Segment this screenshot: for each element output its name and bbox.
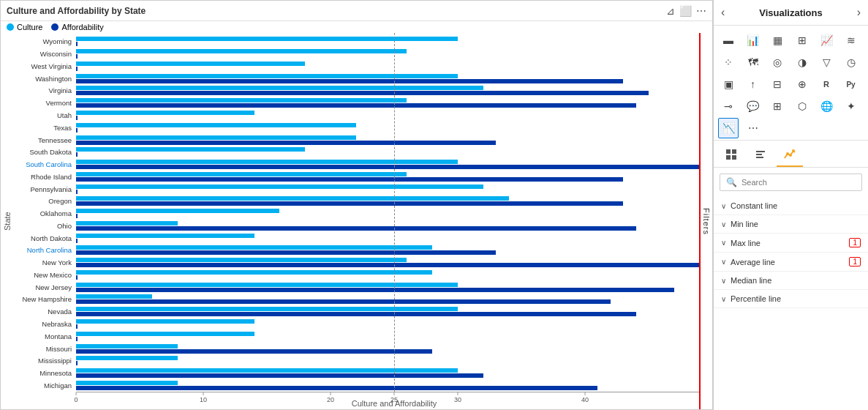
- list-item[interactable]: ∨Percentile line: [714, 290, 868, 308]
- viz-icon-matrix[interactable]: ⊞: [792, 30, 812, 51]
- affordability-bar: [76, 288, 674, 292]
- viz-panel-header: ‹ Visualizations ›: [714, 0, 868, 26]
- affordability-bar: [76, 349, 432, 354]
- culture-bar: [76, 270, 432, 275]
- item-label: Min line: [731, 220, 758, 228]
- tab-fields[interactable]: [718, 144, 744, 167]
- viz-icon-decomp[interactable]: ⊸: [718, 96, 739, 116]
- viz-icon-map[interactable]: 🗺: [743, 52, 763, 72]
- affordability-bar: [76, 54, 78, 59]
- viz-panel-title: Visualizations: [759, 7, 822, 18]
- affordability-bar: [76, 190, 78, 194]
- culture-bar: [76, 135, 356, 140]
- culture-bar: [76, 74, 458, 78]
- affordability-bar: [76, 91, 649, 95]
- state-label: Michigan: [14, 381, 76, 390]
- viz-icon-line[interactable]: 📈: [816, 30, 837, 51]
- viz-icon-gauge[interactable]: ◷: [841, 52, 861, 72]
- viz-panel: ‹ Visualizations › ▬ 📊 ▦ ⊞ 📈 ≋ ⁘ 🗺 ◎ ◑ ▽…: [713, 0, 868, 410]
- affordability-bar: [76, 141, 496, 145]
- table-row: Michigan: [14, 379, 712, 391]
- tab-analytics[interactable]: [777, 144, 803, 167]
- filters-tab[interactable]: Filters: [699, 33, 712, 409]
- viz-icon-shape[interactable]: ⬡: [792, 96, 812, 116]
- culture-bar: [76, 344, 178, 348]
- viz-icon-funnel[interactable]: ▽: [816, 52, 837, 72]
- viz-icon-card[interactable]: ▣: [718, 74, 739, 94]
- filter-icon[interactable]: ⊿: [666, 5, 675, 17]
- affordability-label: Affordability: [61, 23, 103, 31]
- svg-rect-0: [726, 149, 731, 154]
- item-label: Constant line: [731, 201, 777, 210]
- state-label: Tennessee: [14, 136, 76, 144]
- tab-format[interactable]: [747, 144, 774, 167]
- state-label: South Dakota: [14, 148, 76, 156]
- state-label: Nevada: [14, 308, 76, 316]
- table-row: West Virginia: [14, 61, 712, 72]
- viz-icon-r[interactable]: R: [816, 74, 837, 94]
- affordability-bar: [76, 337, 78, 341]
- bars-group: [76, 111, 712, 120]
- bars-group: [76, 86, 712, 95]
- viz-icon-stacked-bar[interactable]: ▬: [718, 30, 739, 51]
- viz-icon-area[interactable]: ≋: [841, 30, 861, 51]
- item-label: Median line: [731, 276, 771, 285]
- search-input[interactable]: [741, 178, 856, 187]
- bars-group: [76, 344, 712, 354]
- table-row: South Carolina: [14, 159, 712, 171]
- x-tick-label: 40: [581, 396, 589, 403]
- viz-icon-slicer[interactable]: ⊟: [767, 74, 788, 94]
- viz-icon-analytics[interactable]: 📉: [718, 118, 739, 138]
- culture-bar: [76, 160, 458, 164]
- viz-search-box[interactable]: 🔍: [720, 174, 862, 191]
- viz-icon-pie[interactable]: ◑: [792, 52, 812, 72]
- culture-bar: [76, 307, 458, 311]
- chart-title: Culture and Affordability by State: [7, 6, 146, 16]
- state-label: New York: [14, 258, 76, 266]
- chevron-down-icon: ∨: [721, 202, 726, 210]
- affordability-bar: [76, 128, 78, 133]
- viz-icon-custom[interactable]: ✦: [841, 96, 861, 116]
- chevron-down-icon: ∨: [721, 220, 726, 228]
- viz-icon-map2[interactable]: 🌐: [816, 96, 837, 116]
- viz-icon-donut[interactable]: ◎: [767, 52, 788, 72]
- more-icon[interactable]: ⋯: [696, 5, 706, 17]
- viz-icon-qa[interactable]: 💬: [743, 96, 763, 116]
- expand-icon[interactable]: ⬜: [679, 5, 692, 17]
- viz-chevron-left[interactable]: ‹: [721, 6, 725, 19]
- culture-bar: [76, 196, 509, 201]
- state-label: Oklahoma: [14, 209, 76, 217]
- table-row: Texas: [14, 122, 712, 133]
- viz-icon-bar[interactable]: 📊: [743, 30, 763, 51]
- table-row: New Hampshire: [14, 294, 712, 305]
- list-item[interactable]: ∨Max line1: [714, 234, 868, 253]
- viz-icon-scatter[interactable]: ⁘: [718, 52, 739, 72]
- state-label: New Hampshire: [14, 295, 76, 303]
- table-row: Oregon: [14, 195, 712, 207]
- bars-group: [76, 307, 712, 316]
- viz-icon-more[interactable]: ⋯: [743, 118, 763, 138]
- viz-chevron-right[interactable]: ›: [857, 6, 861, 19]
- viz-icon-py[interactable]: Py: [841, 74, 861, 94]
- culture-bar: [76, 221, 178, 225]
- viz-icon-combo[interactable]: ⊕: [792, 74, 812, 94]
- bars-group: [76, 147, 712, 157]
- bars-group: [76, 319, 712, 329]
- table-row: Nebraska: [14, 318, 712, 330]
- list-item[interactable]: ∨Min line: [714, 215, 868, 234]
- svg-point-4: [786, 152, 789, 155]
- viz-icon-kpi[interactable]: ↑: [743, 74, 763, 94]
- list-item[interactable]: ∨Constant line: [714, 197, 868, 215]
- viz-icon-table[interactable]: ▦: [767, 30, 788, 51]
- list-item[interactable]: ∨Median line: [714, 272, 868, 290]
- item-label: Max line: [731, 239, 761, 247]
- list-item[interactable]: ∨Average line1: [714, 253, 868, 272]
- culture-bar: [76, 283, 458, 287]
- viz-icon-export[interactable]: ⊞: [767, 96, 788, 116]
- table-row: Mississippi: [14, 355, 712, 367]
- table-row: Wisconsin: [14, 48, 712, 60]
- bars-group: [76, 135, 712, 145]
- culture-bar: [76, 368, 458, 373]
- culture-bar: [76, 332, 254, 336]
- table-row: Nevada: [14, 306, 712, 318]
